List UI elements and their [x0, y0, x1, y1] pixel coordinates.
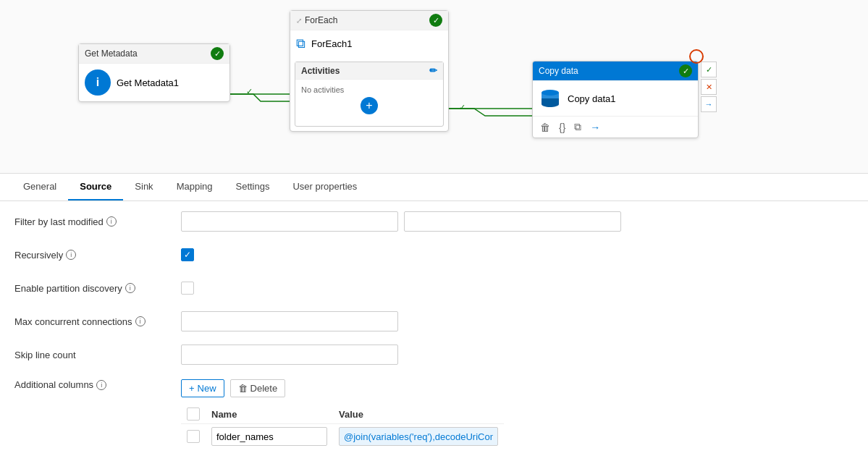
copy-data-title: Copy data: [539, 66, 578, 76]
get-metadata-body: i Get Metadata1: [79, 64, 229, 101]
recursively-info-icon: i: [66, 250, 76, 260]
partition-checkbox[interactable]: [181, 282, 194, 295]
recursively-checkbox[interactable]: [181, 248, 194, 261]
tab-user-properties[interactable]: User properties: [281, 174, 368, 200]
additional-cols-row: Additional columns i + New 🗑 Delete: [14, 376, 854, 449]
side-actions: ✓ ✕ →: [701, 62, 717, 112]
db-icon: [539, 87, 562, 110]
foreach-node[interactable]: ⤢ ForEach ✓ ⧉ ForEach1 Activities ✏ No a…: [290, 10, 449, 132]
max-concurrent-row: Max concurrent connections i: [14, 310, 854, 333]
form-area: Filter by last modified i Recursively i …: [0, 201, 868, 468]
plus-icon: +: [189, 383, 195, 394]
th-value: Value: [333, 405, 504, 424]
row-checkbox[interactable]: [187, 430, 200, 443]
recursively-row: Recursively i: [14, 243, 854, 266]
tab-sink[interactable]: Sink: [123, 174, 164, 200]
delete-icon[interactable]: 🗑: [540, 122, 550, 133]
bottom-panel: General Source Sink Mapping Settings Use…: [0, 174, 868, 468]
th-name: Name: [206, 405, 333, 424]
skip-line-input[interactable]: [181, 345, 398, 365]
tab-source[interactable]: Source: [68, 174, 123, 200]
th-checkbox: [181, 405, 206, 424]
max-concurrent-info-icon: i: [135, 316, 146, 326]
row-name-input[interactable]: [211, 427, 327, 446]
filter-input-2[interactable]: [404, 211, 621, 232]
expand-icon[interactable]: ⤢: [296, 17, 302, 25]
copy-data-header: Copy data ✓: [533, 62, 698, 81]
filter-label: Filter by last modified i: [14, 216, 181, 227]
connection-point[interactable]: [689, 49, 704, 64]
row-name-cell: [206, 424, 333, 449]
row-value-cell: [333, 424, 504, 449]
foreach-title: ForEach: [305, 15, 337, 25]
tab-general[interactable]: General: [12, 174, 68, 200]
trash-icon-small: 🗑: [238, 383, 248, 394]
foreach-activity-name: ForEach1: [311, 38, 352, 49]
foreach-body: ⧉ ForEach1: [290, 30, 448, 57]
get-metadata-node[interactable]: Get Metadata ✓ i Get Metadata1: [78, 43, 230, 102]
partition-label: Enable partition discovery i: [14, 283, 181, 294]
new-button[interactable]: + New: [181, 379, 224, 397]
table-row: [181, 424, 504, 449]
pipeline-canvas: Get Metadata ✓ i Get Metadata1 ✓ ⤢ ForEa…: [0, 0, 868, 174]
delete-button[interactable]: 🗑 Delete: [230, 379, 286, 397]
copy-data-actions: 🗑 {} ⧉ →: [533, 116, 698, 138]
row-value-input[interactable]: [339, 427, 498, 446]
tab-mapping[interactable]: Mapping: [165, 174, 224, 200]
filter-info-icon: i: [106, 216, 117, 227]
connector-check-2: ✓: [459, 103, 465, 112]
row-checkbox-cell: [181, 424, 206, 449]
get-metadata-status: ✓: [211, 47, 224, 60]
add-activity-button[interactable]: +: [361, 97, 378, 114]
skip-line-row: Skip line count: [14, 343, 854, 366]
foreach-icon: ⧉: [296, 36, 306, 51]
foreach-inner: Activities ✏ No activities +: [295, 62, 444, 127]
get-metadata-header: Get Metadata ✓: [79, 44, 229, 64]
edit-pencil-icon[interactable]: ✏: [429, 65, 437, 76]
foreach-inner-body: No activities +: [295, 80, 443, 126]
navigate-icon[interactable]: →: [590, 122, 600, 133]
max-concurrent-label: Max concurrent connections i: [14, 316, 181, 327]
copy-data-status: ✓: [679, 64, 692, 77]
copy-data-node[interactable]: Copy data ✓ Copy data1 🗑 {} ⧉ →: [532, 61, 699, 138]
skip-line-label: Skip line count: [14, 350, 181, 360]
copy-data-activity-name: Copy data1: [568, 93, 616, 104]
additional-cols-table: Name Value: [181, 405, 504, 449]
copy-data-body: Copy data1: [533, 81, 698, 116]
max-concurrent-input[interactable]: [181, 311, 398, 331]
filter-input-1[interactable]: [181, 211, 398, 232]
btn-row: + New 🗑 Delete: [181, 379, 504, 397]
tab-settings[interactable]: Settings: [224, 174, 282, 200]
recursively-label: Recursively i: [14, 250, 181, 261]
new-button-label: New: [198, 383, 216, 394]
partition-info-icon: i: [125, 283, 135, 293]
additional-cols-info-icon: i: [96, 380, 106, 390]
no-activities-label: No activities: [301, 85, 344, 94]
additional-cols-section: + New 🗑 Delete Name: [181, 379, 504, 449]
additional-cols-label: Additional columns i: [14, 376, 181, 390]
partition-row: Enable partition discovery i: [14, 276, 854, 300]
foreach-status: ✓: [429, 14, 442, 27]
get-metadata-title: Get Metadata: [85, 48, 138, 59]
side-arrow-button[interactable]: →: [701, 96, 717, 112]
get-metadata-activity-name: Get Metadata1: [117, 77, 179, 88]
side-check-button[interactable]: ✓: [701, 62, 717, 77]
foreach-header: ⤢ ForEach ✓: [290, 11, 448, 30]
connector-check-1: ✓: [246, 87, 253, 96]
json-icon[interactable]: {}: [559, 122, 565, 133]
delete-button-label: Delete: [250, 383, 278, 394]
info-icon: i: [85, 69, 111, 96]
filter-row: Filter by last modified i: [14, 210, 854, 233]
tabs-bar: General Source Sink Mapping Settings Use…: [0, 174, 868, 201]
clone-icon[interactable]: ⧉: [574, 121, 581, 133]
activities-label: Activities: [301, 66, 340, 76]
side-x-button[interactable]: ✕: [701, 79, 717, 95]
select-all-checkbox[interactable]: [187, 407, 200, 421]
